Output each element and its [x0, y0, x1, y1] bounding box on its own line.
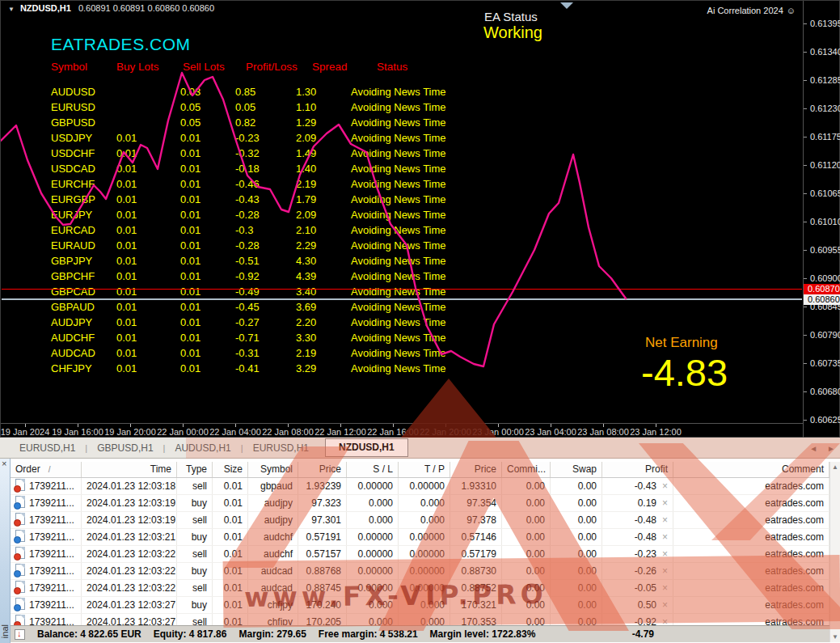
price-tick — [804, 80, 807, 81]
chart-window: ▼NZDUSD,H10.60891 0.60891 0.60860 0.6086… — [0, 0, 840, 438]
price-tick — [804, 23, 807, 24]
column-header-comment[interactable]: Comment — [673, 462, 829, 477]
price-tick — [804, 165, 807, 166]
order-row[interactable]: 1739211...2024.01.23 12:03:27buy0.01chfj… — [11, 597, 829, 614]
price-tick — [804, 193, 807, 194]
price-label: 0.60900 — [810, 274, 840, 283]
margin-value: Margin: 279.65 — [238, 628, 306, 640]
order-close_price-cell: 0.88730 — [450, 563, 502, 579]
order-id-cell: 1739211... — [11, 580, 82, 596]
price-tick — [804, 391, 807, 392]
order-row[interactable]: 1739211...2024.01.23 12:03:22buy0.01audc… — [11, 563, 829, 580]
order-close_price-cell: 0.88752 — [450, 580, 502, 596]
price-label: 0.60955 — [810, 246, 840, 255]
price-tick — [804, 420, 807, 421]
column-label: S / L — [373, 463, 393, 475]
order-commission-cell: 0.00 — [502, 546, 551, 562]
order-row[interactable]: 1739211...2024.01.23 12:03:19sell0.01aud… — [11, 512, 829, 529]
order-sl-cell: 0.00000 — [347, 529, 399, 545]
order-commission-cell: 0.00 — [502, 563, 551, 579]
order-time-cell: 2024.01.23 12:03:22 — [82, 546, 177, 562]
close-order-icon[interactable]: × — [662, 478, 668, 494]
close-order-icon[interactable]: × — [662, 580, 668, 596]
column-header-type[interactable]: Type — [177, 462, 213, 477]
order-swap-cell: 0.00 — [551, 597, 602, 613]
price-label: 0.60625 — [810, 416, 840, 425]
price-label: 0.60680 — [810, 387, 840, 396]
column-header-symbol[interactable]: Symbol — [248, 462, 298, 477]
column-header-sl[interactable]: S / L — [347, 462, 399, 477]
scroll-up-icon[interactable]: ▲ — [830, 462, 840, 472]
tab-scroll-left-icon[interactable]: ◄ — [809, 444, 817, 453]
order-profit-cell: 0.19× — [602, 495, 673, 511]
close-order-icon[interactable]: × — [662, 597, 668, 613]
profit-value: -0.05 — [635, 580, 656, 596]
order-sell-icon — [15, 479, 25, 491]
order-commission-cell: 0.00 — [502, 478, 551, 494]
column-header-swap[interactable]: Swap — [551, 462, 602, 477]
order-row[interactable]: 1739211...2024.01.23 12:03:22sell0.01aud… — [11, 546, 829, 563]
column-header-order[interactable]: Order/ — [11, 462, 82, 477]
tab-nzdusd-h1[interactable]: NZDUSD,H1 — [325, 438, 408, 457]
order-sell-icon — [15, 547, 25, 559]
order-tp-cell: 0.00000 — [399, 529, 450, 545]
order-size-cell: 0.01 — [213, 495, 248, 511]
order-row[interactable]: 1739211...2024.01.23 12:03:19buy0.01audj… — [11, 495, 829, 512]
chart-tab-bar: EURUSD,H1|GBPUSD,H1|AUDUSD,H1|EURUSD,H1N… — [0, 438, 840, 459]
order-type-cell: sell — [177, 512, 213, 528]
terminal-scrollbar[interactable]: ▲ ▼ — [829, 462, 840, 642]
order-commission-cell: 0.00 — [502, 495, 551, 511]
profit-value: -0.48 — [635, 529, 656, 545]
order-comment-cell: eatrades.com — [673, 546, 829, 562]
column-header-profit[interactable]: Profit — [602, 462, 673, 477]
close-order-icon[interactable]: × — [662, 529, 668, 545]
order-close_price-cell: 0.57179 — [450, 546, 502, 562]
close-order-icon[interactable]: × — [662, 563, 668, 579]
correlation-line — [1, 73, 626, 366]
order-size-cell: 0.01 — [213, 546, 248, 562]
order-id-cell: 1739211... — [11, 529, 82, 545]
order-price-cell: 0.88768 — [298, 563, 347, 579]
tab-scroll-right-icon[interactable]: ► — [827, 444, 835, 453]
order-price-cell: 0.88745 — [298, 580, 347, 596]
column-header-size[interactable]: Size — [213, 462, 248, 477]
order-buy-icon — [15, 496, 25, 508]
order-price-cell: 97.301 — [298, 512, 347, 528]
column-label: Type — [186, 463, 207, 475]
profit-value: 0.50 — [638, 597, 656, 613]
scroll-down-icon[interactable]: ▼ — [830, 632, 840, 642]
order-time-cell: 2024.01.23 12:03:21 — [82, 529, 177, 545]
close-order-icon[interactable]: × — [662, 512, 668, 528]
price-tick — [804, 52, 807, 53]
column-header-price[interactable]: Price — [298, 462, 347, 477]
close-order-icon[interactable]: × — [662, 495, 668, 511]
order-row[interactable]: 1739211...2024.01.23 12:03:21buy0.01audc… — [11, 529, 829, 546]
terminal-close-icon[interactable]: × — [2, 459, 6, 468]
price-axis: 0.60870 0.60860 0.613950.613400.612850.6… — [803, 1, 840, 438]
order-id-cell: 1739211... — [11, 478, 82, 494]
order-sl-cell: 0.00000 — [347, 546, 399, 562]
order-row[interactable]: 1739211...2024.01.23 12:03:22sell0.01aud… — [11, 580, 829, 597]
order-row[interactable]: 1739211...2024.01.23 12:03:18sell0.01gbp… — [11, 478, 829, 495]
column-header-price[interactable]: Price — [450, 462, 502, 477]
tab-eurusd-h1[interactable]: EURUSD,H1 — [10, 442, 85, 454]
column-header-commi[interactable]: Commi... — [502, 462, 551, 477]
column-label: T / P — [424, 463, 445, 475]
price-label: 0.61120 — [810, 161, 840, 170]
order-symbol-cell: audchf — [248, 546, 298, 562]
order-sell-icon — [15, 513, 25, 525]
tab-audusd-h1[interactable]: AUDUSD,H1 — [165, 442, 240, 454]
orders-table: 1739211...2024.01.23 12:03:18sell0.01gbp… — [11, 478, 829, 631]
close-order-icon[interactable]: × — [662, 546, 668, 562]
order-swap-cell: 0.00 — [551, 563, 602, 579]
tab-gbpusd-h1[interactable]: GBPUSD,H1 — [87, 442, 163, 454]
price-label: 0.60735 — [810, 359, 840, 368]
order-sl-cell: 0.00000 — [347, 563, 399, 579]
order-id: 1739211... — [29, 548, 74, 560]
order-commission-cell: 0.00 — [502, 512, 551, 528]
mt4-terminal-screen: ▼NZDUSD,H10.60891 0.60891 0.60860 0.6086… — [0, 0, 840, 643]
tab-eurusd-h1[interactable]: EURUSD,H1 — [243, 442, 319, 454]
column-header-tp[interactable]: T / P — [399, 462, 450, 477]
price-label: 0.61010 — [810, 218, 840, 226]
column-header-time[interactable]: Time — [82, 462, 177, 477]
